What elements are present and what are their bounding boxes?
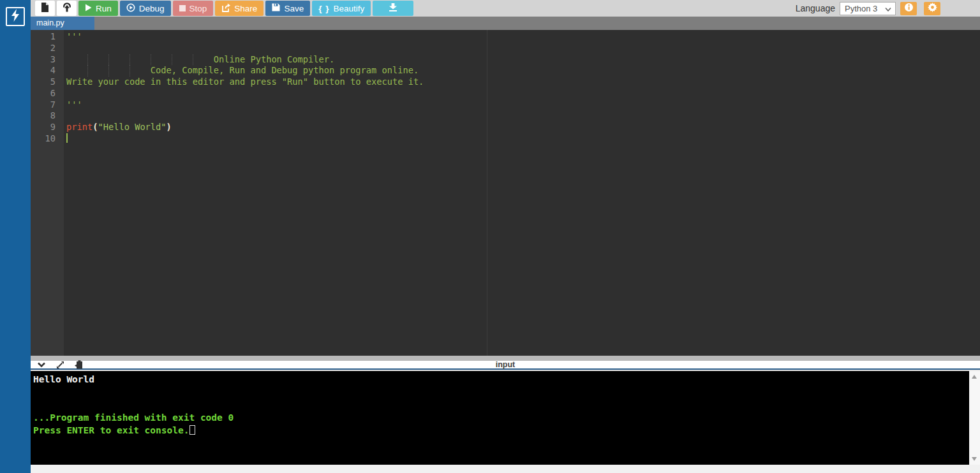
code-editor[interactable]: 12345678910 ''' Online Python Compiler. … <box>31 30 980 356</box>
braces-icon: { } <box>318 4 329 13</box>
save-button[interactable]: Save <box>265 1 310 16</box>
line-number: 1 <box>31 31 64 43</box>
lightning-bolt-icon <box>11 9 20 24</box>
code-line <box>66 110 980 122</box>
console-output[interactable]: Hello World...Program finished with exit… <box>31 371 969 465</box>
chevron-down-icon <box>885 4 891 13</box>
app-logo[interactable] <box>6 7 25 26</box>
tab-main-py[interactable]: main.py <box>31 17 94 30</box>
code-line: ''' <box>66 99 980 111</box>
toolbar-right-group: Language Python 3 <box>796 2 943 15</box>
tab-bar: main.py <box>31 17 980 30</box>
code-line: ''' <box>66 31 980 43</box>
line-number: 5 <box>31 76 64 88</box>
indent-guide <box>172 54 172 66</box>
upload-button[interactable] <box>57 1 77 16</box>
console-input-label: input <box>31 360 980 369</box>
run-button[interactable]: Run <box>78 1 118 16</box>
line-number: 3 <box>31 54 64 66</box>
editor-gutter: 12345678910 <box>31 30 64 356</box>
share-icon <box>221 3 230 14</box>
new-file-button[interactable] <box>35 1 55 16</box>
line-number: 9 <box>31 122 64 133</box>
indent-guide <box>108 65 109 76</box>
line-number: 4 <box>31 65 64 76</box>
stop-button-label: Stop <box>189 4 207 13</box>
console-line: ...Program finished with exit code 0 <box>33 411 969 424</box>
code-line: Online Python Compiler. <box>66 54 980 66</box>
upload-icon <box>62 3 72 14</box>
code-line: Write your code in this editor and press… <box>66 76 980 88</box>
indent-guide <box>87 54 88 66</box>
file-icon <box>41 3 49 14</box>
editor-code-area[interactable]: ''' Online Python Compiler. Code, Compil… <box>64 30 980 145</box>
play-icon <box>85 4 92 13</box>
language-label: Language <box>796 3 835 13</box>
line-number: 8 <box>31 110 64 122</box>
stop-icon <box>179 4 186 13</box>
beautify-button[interactable]: { } Beautify <box>312 1 371 16</box>
run-button-label: Run <box>96 4 112 13</box>
info-button[interactable] <box>900 2 917 15</box>
bottom-strip <box>31 465 980 473</box>
code-line: Code, Compile, Run and Debug python prog… <box>66 65 980 76</box>
console-scrollbar[interactable] <box>969 371 980 465</box>
console-toolbar: input <box>31 361 980 370</box>
download-button[interactable] <box>373 1 413 16</box>
language-selected-value: Python 3 <box>845 4 877 13</box>
console-line: Press ENTER to exit console. <box>33 424 969 437</box>
indent-guide <box>151 54 151 66</box>
code-line: print("Hello World") <box>66 122 980 133</box>
code-line <box>66 43 980 54</box>
language-select[interactable]: Python 3 <box>840 2 896 15</box>
info-icon <box>904 3 914 14</box>
indent-guide <box>193 54 193 66</box>
save-button-label: Save <box>284 4 304 13</box>
download-icon <box>389 3 397 13</box>
code-line <box>66 88 980 99</box>
text-cursor <box>66 133 68 143</box>
indent-guide <box>130 54 130 66</box>
indent-guide <box>87 65 88 76</box>
top-toolbar: Run Debug Stop Share Save { } Beautify L… <box>31 0 980 17</box>
app-sidebar <box>0 0 31 473</box>
share-button-label: Share <box>234 4 257 13</box>
indent-guide <box>108 54 109 66</box>
console-line <box>33 386 969 398</box>
debug-button[interactable]: Debug <box>120 1 171 16</box>
debug-button-label: Debug <box>139 4 165 13</box>
settings-button[interactable] <box>924 2 940 15</box>
debug-icon <box>126 3 135 14</box>
console-line: Hello World <box>33 373 969 386</box>
line-number: 6 <box>31 88 64 99</box>
console-cursor <box>189 425 195 435</box>
print-margin-line <box>487 30 487 356</box>
line-number: 10 <box>31 133 64 145</box>
line-number: 2 <box>31 43 64 54</box>
gear-icon <box>928 3 937 14</box>
code-line <box>66 133 980 145</box>
share-button[interactable]: Share <box>215 1 264 16</box>
stop-button[interactable]: Stop <box>173 1 214 16</box>
save-icon <box>272 3 280 13</box>
console-line <box>33 398 969 411</box>
indent-guide <box>130 65 130 76</box>
beautify-button-label: Beautify <box>333 4 364 13</box>
scroll-up-arrow-icon[interactable] <box>972 375 977 379</box>
scroll-down-arrow-icon[interactable] <box>972 457 977 461</box>
line-number: 7 <box>31 99 64 111</box>
